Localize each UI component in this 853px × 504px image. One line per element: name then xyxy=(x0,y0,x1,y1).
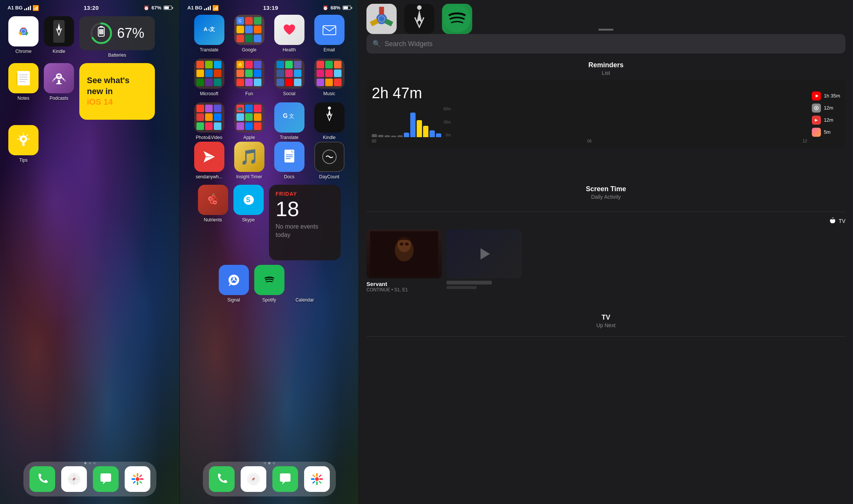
st-x-labels: 00 06 12 xyxy=(372,139,807,143)
screen-time-section: 2h 47m xyxy=(366,79,845,148)
app-tips[interactable]: Tips xyxy=(8,125,39,163)
svg-text:A: A xyxy=(204,26,207,32)
app-daycount[interactable]: DayCount xyxy=(312,142,346,179)
app-fun-folder[interactable]: ⭐ Fun xyxy=(232,59,266,96)
p2-dock-photos[interactable] xyxy=(304,466,330,492)
ios14-info-card[interactable]: See what's new in iOS 14 xyxy=(79,63,155,120)
phone2-apps-row3: sendanywh... 🎵 Insight Timer Docs xyxy=(180,139,359,182)
app-photovideo-folder[interactable]: Photo&Video xyxy=(192,102,226,140)
app-kindle[interactable]: Kindle xyxy=(44,16,74,54)
app-insighttimer[interactable]: 🎵 Insight Timer xyxy=(232,142,266,179)
app-skype[interactable]: S Skype xyxy=(233,185,264,223)
tv-title: TV xyxy=(366,314,845,322)
servant-episode: CONTINUE • S1, E1 xyxy=(366,287,442,292)
app-health[interactable]: Health xyxy=(272,15,306,53)
battery-pct-label: 67% xyxy=(151,5,161,11)
app-nutrients[interactable]: Nutrients xyxy=(198,185,228,223)
app-sendanywhere-label: sendanywh... xyxy=(196,174,223,179)
batteries-widget: 67% xyxy=(79,16,155,50)
svg-point-75 xyxy=(379,16,385,22)
screen-time-card[interactable]: 2h 47m xyxy=(366,79,845,148)
calendar-label: Calendar xyxy=(295,297,314,303)
app-docs[interactable]: Docs xyxy=(272,142,306,179)
signal-bars xyxy=(24,6,31,10)
app-notes[interactable]: Notes xyxy=(8,63,39,101)
app-translate-label: Translate xyxy=(200,47,219,53)
app-apple-folder[interactable]: 📺 🎵 Apple xyxy=(232,102,266,140)
app-kindle-label: Kindle xyxy=(53,49,65,54)
st-bar-5 xyxy=(397,135,403,137)
app-music-folder[interactable]: Music xyxy=(312,59,346,96)
servant-thumb xyxy=(366,229,442,278)
wifi-icon: 📶 xyxy=(32,5,39,11)
p2-status-left: A1 BG 📶 xyxy=(187,5,219,11)
st-bar-10 xyxy=(430,130,435,137)
st-bar-4 xyxy=(391,136,396,137)
info-card-text: See what's new in iOS 14 xyxy=(87,75,147,108)
search-bar[interactable]: 🔍 Search Widgets xyxy=(366,34,845,54)
phone2-row5: Signal Spotify Calendar xyxy=(180,263,359,304)
p2-dock-phone[interactable] xyxy=(209,466,235,492)
app-spotify[interactable]: Spotify xyxy=(254,265,284,303)
app-podcasts[interactable]: Podcasts xyxy=(44,63,74,101)
svg-point-33 xyxy=(136,477,139,481)
search-placeholder: Search Widgets xyxy=(385,40,433,48)
dock-phone[interactable] xyxy=(29,466,55,492)
cal-no-events: No more events today xyxy=(276,223,334,240)
p2-alarm: ⏰ xyxy=(323,5,328,11)
app-signal[interactable]: Signal xyxy=(219,265,249,303)
partial-spotify-icon xyxy=(442,4,472,34)
tv-brand-label: TV xyxy=(839,218,845,224)
phone2-status-bar: A1 BG 📶 13:19 ⏰ 68% xyxy=(180,0,359,12)
yt-time: 1h 35m xyxy=(824,93,840,99)
app-chrome-label: Chrome xyxy=(15,49,32,54)
p2-dock-safari[interactable] xyxy=(241,466,266,492)
alarm-icon: ⏰ xyxy=(144,5,149,11)
phone1-dock xyxy=(23,462,156,496)
svg-point-26 xyxy=(22,138,25,141)
p2-dock-messages[interactable] xyxy=(272,466,298,492)
app-signal-label: Signal xyxy=(227,297,240,303)
app-kindle2[interactable]: Kindle xyxy=(312,102,346,140)
tv-thumb2[interactable] xyxy=(447,229,522,292)
st-bar-6 xyxy=(404,133,409,137)
dock-safari[interactable] xyxy=(61,466,87,492)
svg-text:S: S xyxy=(246,196,250,204)
screen-time-title: Screen Time xyxy=(366,185,845,193)
st-bar-11 xyxy=(436,133,441,137)
dock-messages[interactable] xyxy=(93,466,119,492)
st-total-time: 2h 47m xyxy=(372,85,807,102)
svg-text:G: G xyxy=(283,113,287,119)
app-chrome[interactable]: Chrome xyxy=(8,16,39,54)
st-y-labels: 60m 30m 0m xyxy=(443,107,451,137)
thumb2-line2 xyxy=(447,286,477,289)
svg-rect-13 xyxy=(99,29,104,34)
st-bar-1 xyxy=(372,134,377,137)
p2-time: 13:19 xyxy=(263,5,278,11)
app-email[interactable]: Email xyxy=(312,15,346,53)
app-podcasts-label: Podcasts xyxy=(49,96,68,101)
p2-battery-icon xyxy=(343,6,351,10)
svg-point-67 xyxy=(315,477,319,481)
app-google-folder[interactable]: G Google xyxy=(232,15,266,53)
calendar-widget[interactable]: FRIDAY 18 No more events today xyxy=(269,185,341,260)
svg-text:文: 文 xyxy=(289,113,294,119)
svg-rect-12 xyxy=(100,26,103,28)
svg-rect-37 xyxy=(323,26,336,35)
app-sendanywhere[interactable]: sendanywh... xyxy=(192,142,226,179)
app-social-folder[interactable]: Social xyxy=(272,59,306,96)
svg-point-8 xyxy=(22,29,25,33)
battery-circle xyxy=(90,22,113,45)
p2-carrier: A1 BG xyxy=(187,5,202,11)
appletv-header: TV xyxy=(366,217,845,225)
svg-rect-23 xyxy=(56,83,62,84)
app-gtranslate[interactable]: G 文 Translate xyxy=(272,102,306,140)
servant-item[interactable]: Servant CONTINUE • S1, E1 xyxy=(366,229,442,292)
settings-icon xyxy=(812,104,821,113)
app-microsoft-folder[interactable]: Microsoft xyxy=(192,59,226,96)
app-spotify-label: Spotify xyxy=(262,297,276,303)
battery-fill xyxy=(164,6,169,9)
dock-photos[interactable] xyxy=(125,466,150,492)
cal-date: 18 xyxy=(276,198,334,220)
app-translate[interactable]: A 文 Translate xyxy=(192,15,226,53)
